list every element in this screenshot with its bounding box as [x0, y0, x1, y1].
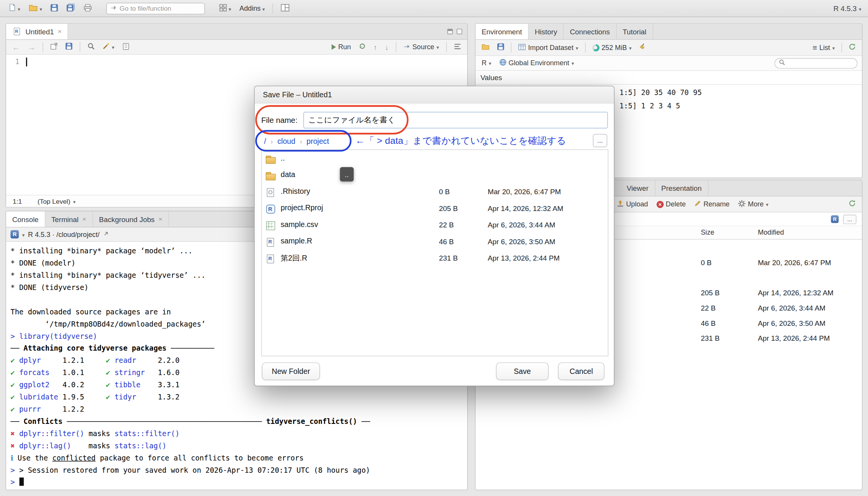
refresh-button[interactable]: [847, 199, 858, 209]
breadcrumb-item[interactable]: /: [264, 137, 266, 145]
scope-label: (Top Level): [37, 197, 70, 205]
previous-section-button[interactable]: ↑: [372, 42, 379, 52]
goto-file-box[interactable]: [106, 3, 205, 14]
back-button[interactable]: ←: [11, 42, 22, 52]
editor-tab-untitled1[interactable]: Untitled1: [6, 24, 68, 39]
file-row[interactable]: .Rhistory0 BMar 20, 2026, 6:47 PM: [262, 183, 608, 200]
console-line: ℹ Use the conflicted package to force al…: [11, 452, 463, 464]
forward-button[interactable]: →: [26, 42, 37, 52]
arrow-left-icon: ←: [12, 43, 20, 52]
chevron-down-icon: [571, 59, 574, 67]
file-size: 0 B: [701, 258, 712, 267]
tab-label: Tutorial: [623, 27, 646, 36]
file-row[interactable]: ..: [262, 150, 608, 167]
show-in-new-window-button[interactable]: [49, 42, 60, 52]
file-row[interactable]: project.Rproj205 BApr 14, 2026, 12:32 AM: [262, 200, 608, 217]
upload-button[interactable]: Upload: [615, 199, 650, 209]
new-file-button[interactable]: [6, 2, 22, 14]
environment-search-input[interactable]: [788, 59, 853, 67]
run-button[interactable]: Run: [330, 43, 352, 52]
next-section-button[interactable]: ↓: [383, 42, 390, 52]
go-to-directory-button[interactable]: ...: [843, 214, 857, 224]
addins-button[interactable]: Addins: [238, 3, 266, 14]
rename-button[interactable]: Rename: [692, 199, 731, 209]
environment-scope-row: R Global Environment: [476, 56, 862, 71]
save-workspace-button[interactable]: [495, 43, 506, 53]
cancel-button[interactable]: Cancel: [558, 362, 605, 380]
close-icon[interactable]: [158, 215, 162, 223]
rscript-icon: [266, 238, 275, 246]
environment-tab-environment[interactable]: Environment: [476, 24, 529, 39]
clear-objects-button[interactable]: [637, 43, 648, 53]
chevron-down-icon: [766, 200, 768, 208]
file-row[interactable]: sample.R46 BApr 6, 2026, 3:50 AM: [262, 233, 608, 250]
refresh-button[interactable]: [847, 43, 858, 53]
environment-scope-selector[interactable]: Global Environment: [497, 58, 576, 68]
console-tab-console[interactable]: Console: [6, 211, 45, 227]
close-icon[interactable]: [58, 28, 61, 35]
file-row[interactable]: data: [262, 167, 608, 184]
console-line: ✔ purrr 1.2.2: [11, 403, 463, 415]
save-button[interactable]: [64, 42, 74, 52]
upload-label: Upload: [626, 200, 648, 208]
addins-grid-button[interactable]: [218, 3, 233, 14]
delete-button[interactable]: Delete: [655, 200, 687, 209]
find-replace-button[interactable]: [86, 42, 97, 52]
dialog-title: Save File – Untitled1: [255, 86, 614, 103]
r-version-menu[interactable]: R 4.5.3: [833, 4, 861, 13]
console-tab-terminal[interactable]: Terminal: [45, 211, 93, 227]
scope-label: Global Environment: [508, 59, 569, 67]
more-button[interactable]: More: [736, 199, 770, 209]
file-row[interactable]: sample.csv22 BApr 6, 2026, 3:44 AM: [262, 216, 608, 233]
breadcrumb-item[interactable]: project: [307, 137, 329, 145]
files-tab-presentation[interactable]: Presentation: [655, 180, 708, 196]
environment-tab-history[interactable]: History: [529, 24, 564, 39]
minimize-pane-icon[interactable]: [447, 29, 453, 34]
chevron-down-icon[interactable]: [22, 230, 25, 238]
pane-layout-icon: [281, 3, 290, 13]
breadcrumb-item[interactable]: cloud: [278, 137, 295, 145]
goto-input[interactable]: [119, 5, 201, 12]
scope-selector[interactable]: (Top Level): [37, 197, 76, 205]
breadcrumb-separator-icon: [271, 137, 273, 145]
maximize-pane-icon[interactable]: [457, 29, 462, 34]
save-button[interactable]: Save: [496, 362, 549, 380]
chevron-down-icon: [40, 4, 42, 13]
source-button[interactable]: Source: [402, 42, 441, 52]
document-outline-button[interactable]: [452, 42, 463, 52]
drag-tooltip: ..: [340, 167, 353, 182]
close-icon[interactable]: [82, 215, 86, 223]
language-selector[interactable]: R: [480, 59, 493, 68]
load-workspace-button[interactable]: [480, 43, 491, 53]
run-label: Run: [338, 43, 351, 51]
environment-tab-connections[interactable]: Connections: [564, 24, 616, 39]
open-file-button[interactable]: [27, 3, 44, 14]
rerun-icon: [359, 43, 366, 52]
pane-layout-button[interactable]: [279, 3, 291, 14]
environment-search-box[interactable]: [774, 58, 858, 69]
rename-label: Rename: [703, 200, 730, 208]
new-folder-button[interactable]: New Folder: [262, 362, 320, 380]
code-tools-button[interactable]: [101, 42, 116, 52]
environment-tab-tutorial[interactable]: Tutorial: [616, 24, 653, 39]
save-all-button[interactable]: [65, 2, 77, 14]
file-name-input[interactable]: [303, 112, 608, 129]
list-view-button[interactable]: List: [811, 43, 836, 53]
path-more-button[interactable]: ...: [593, 134, 607, 147]
save-button[interactable]: [49, 3, 60, 14]
console-tab-background-jobs[interactable]: Background Jobs: [93, 211, 169, 227]
file-row[interactable]: 第2回.R231 BApr 13, 2026, 2:44 PM: [262, 250, 608, 266]
console-line: ✔ lubridate 1.9.5 ✔ tidyr 1.3.2: [11, 391, 463, 403]
memory-usage-button[interactable]: 252 MiB: [590, 43, 633, 52]
print-button[interactable]: [82, 3, 94, 14]
file-size: 231 B: [439, 254, 458, 262]
file-modified: Apr 14, 2026, 12:32 AM: [488, 204, 563, 213]
file-modified: Apr 6, 2026, 3:44 AM: [758, 304, 825, 312]
files-tab-viewer[interactable]: Viewer: [621, 180, 655, 196]
compile-report-button[interactable]: [120, 42, 131, 52]
import-dataset-button[interactable]: Import Dataset: [516, 43, 580, 52]
rerun-button[interactable]: [357, 42, 368, 52]
open-directory-icon[interactable]: [103, 230, 109, 238]
search-icon: [87, 43, 95, 52]
delete-label: Delete: [666, 200, 686, 208]
